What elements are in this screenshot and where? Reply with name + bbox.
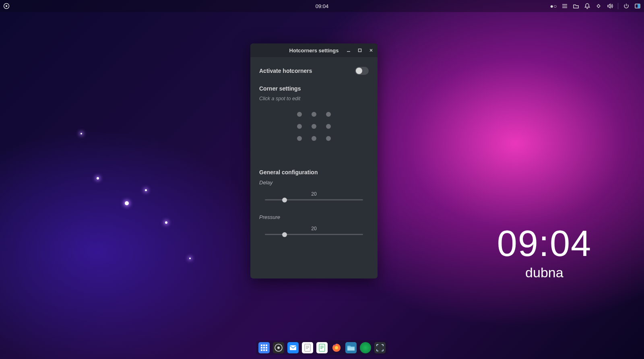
delay-label: Delay [259,180,369,186]
window-close-button[interactable] [367,46,375,54]
svg-rect-17 [305,344,310,351]
svg-rect-6 [263,345,265,346]
activate-hotcorners-label: Activate hotcorners [259,68,312,74]
svg-rect-18 [319,344,325,351]
delay-value: 20 [259,191,369,197]
dock-app-grid[interactable] [258,342,270,353]
raven-sidebar-icon[interactable] [634,3,641,9]
pressure-label: Pressure [259,214,369,220]
svg-rect-11 [261,349,262,351]
svg-rect-16 [290,345,296,350]
dock-files[interactable] [345,342,357,353]
corner-spot-top-right[interactable] [326,112,331,117]
files-tray-icon[interactable] [573,3,579,9]
corner-spot-bottom-center[interactable] [312,136,316,141]
dock-libreoffice[interactable] [316,342,328,353]
corner-spot-middle-center[interactable] [312,124,316,129]
window-maximize-button[interactable] [356,46,364,54]
corner-spot-top-center[interactable] [312,112,316,117]
corner-grid [259,112,369,141]
desktop-clock-date: dubna [497,265,592,281]
svg-rect-5 [261,345,262,346]
corner-settings-heading: Corner settings [259,85,369,92]
corner-spot-top-left[interactable] [297,112,302,117]
svg-rect-9 [263,347,265,349]
dock-mail[interactable] [287,342,299,353]
network-icon[interactable] [595,3,602,9]
svg-point-20 [335,346,338,349]
corner-settings-hint: Click a spot to edit [259,96,369,101]
corner-spot-middle-right[interactable] [326,124,331,129]
dock-firefox[interactable] [331,342,342,353]
budgie-menu-icon[interactable] [3,3,10,9]
svg-rect-4 [359,49,361,52]
svg-point-1 [6,5,7,7]
menu-icon[interactable] [561,3,568,9]
svg-point-15 [277,347,280,349]
dock-terminal[interactable] [360,342,371,353]
activate-hotcorners-toggle[interactable] [355,67,369,75]
pressure-value: 20 [259,226,369,231]
general-config-heading: General configuration [259,169,369,175]
power-icon[interactable] [623,3,630,9]
volume-icon[interactable] [607,3,613,9]
dock-screenshot[interactable] [374,342,386,353]
svg-rect-13 [266,349,267,351]
window-minimize-button[interactable] [345,46,353,54]
corner-spot-middle-left[interactable] [297,124,302,129]
pressure-slider[interactable] [265,234,363,235]
pressure-slider-thumb[interactable] [282,232,287,237]
top-panel: 09:04 ●○ [0,0,644,12]
svg-rect-3 [638,4,640,8]
notifications-icon[interactable] [584,3,590,9]
desktop-clock-widget: 09:04 dubna [497,225,592,281]
svg-rect-7 [266,345,267,346]
hotcorners-settings-window: Hotcorners settings Activate hotcorners … [250,43,378,279]
svg-rect-21 [347,347,355,351]
corner-spot-bottom-left[interactable] [297,136,302,141]
dock-text-editor[interactable] [302,342,313,353]
desktop-clock-time: 09:04 [497,225,592,262]
delay-slider-thumb[interactable] [282,198,287,202]
tray-separator [618,3,618,9]
corner-spot-bottom-right[interactable] [326,136,331,141]
dock-budgie[interactable] [273,342,284,353]
keyboard-layout-icon[interactable]: ●○ [550,3,557,9]
svg-rect-8 [261,347,262,349]
window-titlebar[interactable]: Hotcorners settings [250,43,378,57]
panel-clock[interactable]: 09:04 [316,3,329,9]
svg-rect-10 [266,347,267,349]
delay-slider[interactable] [265,199,363,200]
dock [256,340,388,355]
svg-rect-12 [263,349,265,351]
window-title: Hotcorners settings [289,47,339,54]
